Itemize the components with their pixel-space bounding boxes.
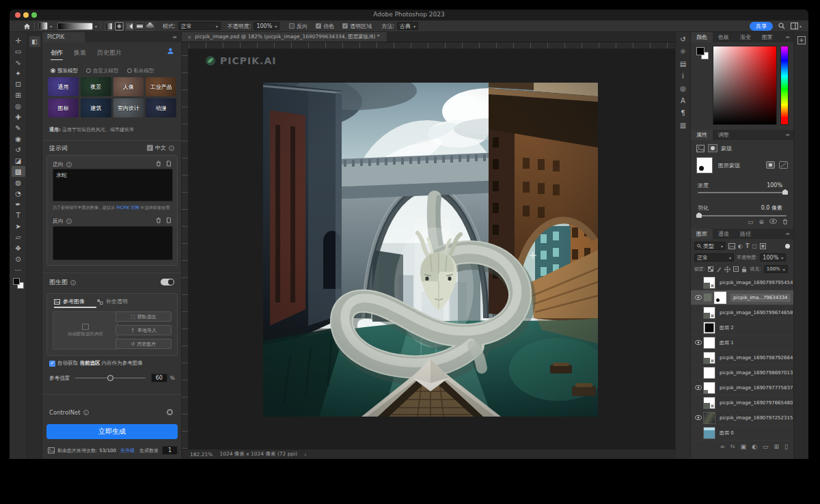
tool-preset-picker[interactable]: ▾ [38, 22, 52, 30]
density-value[interactable]: 100% [763, 182, 787, 189]
gradient-preview[interactable]: ▾ [57, 23, 97, 30]
model-thumb[interactable]: 室内设计 [113, 98, 144, 117]
clear-negative-icon[interactable] [156, 217, 161, 223]
filter-image-icon[interactable] [728, 243, 735, 249]
blur-tool[interactable]: ◍ [12, 177, 25, 188]
mask-thumbnail[interactable] [696, 157, 713, 173]
layer-name[interactable]: picpik_image_1690797665480 [720, 400, 793, 406]
fill-dropdown[interactable]: 100%▾ [764, 265, 788, 273]
libraries-panel-icon[interactable]: ▤ [680, 60, 686, 68]
layer-row[interactable]: picpik_image_1690797252315 [691, 410, 793, 425]
home-icon[interactable] [23, 23, 31, 30]
get-selection-button[interactable]: ⬚获取选区 [115, 311, 172, 322]
picpik-website-link[interactable]: PICPIK 官网 [116, 205, 139, 210]
panel-menu-icon[interactable]: ≡ [172, 34, 177, 40]
mask-delete-icon[interactable] [782, 219, 788, 225]
color-field[interactable] [713, 46, 777, 125]
layer-name[interactable]: 图层 1 [720, 339, 734, 346]
feather-slider[interactable] [698, 215, 787, 216]
layer-thumbnail[interactable] [703, 307, 715, 319]
layer-name[interactable]: picpik_ima...79634334 [730, 294, 791, 302]
tab-fill-transparent[interactable]: 补全透明 [97, 298, 128, 305]
feather-value[interactable]: 0.0 像素 [757, 204, 787, 212]
layer-visibility-icon[interactable] [694, 415, 703, 420]
mask-select-icon[interactable]: ▭ [748, 219, 754, 225]
layer-row[interactable]: picpik_image_1690799795454 [691, 275, 793, 290]
layer-visibility-icon[interactable] [694, 385, 703, 390]
radio-preset-models[interactable]: 预装模型 [51, 68, 78, 74]
move-tool[interactable]: ✛ [12, 35, 25, 46]
healing-tool[interactable]: ✚ [12, 111, 25, 122]
layer-visibility-icon[interactable] [694, 340, 703, 345]
clear-positive-icon[interactable] [156, 160, 161, 167]
layer-row[interactable]: 图层 0 [691, 425, 793, 440]
lock-pixels-icon[interactable] [716, 266, 722, 272]
picpik-plugin-icon[interactable]: ◧ [29, 36, 40, 47]
select-mask-icon[interactable] [766, 161, 775, 169]
delete-icon[interactable]: ▯ [784, 443, 788, 450]
tab-color[interactable]: 颜色 [691, 32, 713, 42]
copy-negative-icon[interactable] [166, 217, 172, 223]
history-images-button[interactable]: ↺历史图片 [115, 339, 172, 349]
history-brush-tool[interactable]: ↺ [12, 144, 25, 155]
model-thumb[interactable]: 通用 [48, 77, 79, 96]
layer-row[interactable]: picpik_image_1690798697013 [691, 365, 793, 380]
eraser-tool[interactable]: ◪ [12, 155, 25, 166]
adjustment-icon[interactable]: ◐ [752, 443, 757, 450]
copy-positive-icon[interactable] [166, 160, 172, 167]
controlnet-toggle[interactable] [167, 409, 173, 417]
layer-row[interactable]: picpik_image_1690797665480 [691, 395, 793, 410]
zoom-level[interactable]: 182.21% [190, 451, 213, 458]
marquee-tool[interactable]: ▭ [12, 46, 25, 57]
layer-thumbnail[interactable] [703, 427, 715, 439]
layer-name[interactable]: picpik_image_1690799795454 [720, 280, 793, 285]
hand-tool[interactable]: ✥ [12, 242, 25, 253]
model-thumb[interactable]: 工业产品 [146, 77, 176, 96]
radio-private-models[interactable]: 私有模型 [127, 68, 154, 74]
chinese-checkbox[interactable]: ✓ 中文 i [147, 144, 174, 152]
filter-shape-icon[interactable]: ▢ [752, 243, 757, 249]
mask-apply-icon[interactable]: ⊕ [758, 219, 764, 225]
magic-wand-tool[interactable]: ✦ [12, 68, 25, 79]
negative-prompt-input[interactable] [53, 226, 173, 260]
group-icon[interactable]: ▭ [763, 443, 769, 450]
adjustments-panel-icon[interactable]: ☼ [680, 48, 686, 55]
layer-name[interactable]: picpik_image_1690797775837 [720, 385, 793, 391]
fx-icon[interactable]: fx [730, 444, 735, 449]
layer-row[interactable]: picpik_image_1690798792664 [691, 350, 793, 365]
brush-tool[interactable]: ✎ [12, 122, 25, 133]
character-panel-icon[interactable]: A [681, 97, 685, 104]
layer-thumbnail[interactable] [703, 337, 715, 349]
layer-thumbnail[interactable] [703, 382, 715, 394]
layer-row[interactable]: picpik_image_1690797775837 [691, 380, 793, 395]
density-slider[interactable] [698, 192, 787, 193]
layer-row[interactable]: picpik_ima...79634334 [691, 290, 793, 305]
eyedropper-tool[interactable]: ◎ [12, 100, 25, 111]
method-dropdown[interactable]: 古典▾ [397, 22, 418, 30]
linear-gradient-icon[interactable] [105, 22, 113, 31]
paragraph-panel-icon[interactable]: ¶ [681, 109, 685, 117]
mode-dropdown[interactable]: 正常▾ [178, 22, 221, 30]
mask-visibility-icon[interactable] [769, 219, 777, 225]
mask-properties-icon[interactable] [708, 144, 718, 152]
lock-position-icon[interactable] [724, 266, 730, 272]
reverse-checkbox[interactable]: 反向 [289, 23, 308, 30]
search-icon[interactable] [778, 23, 785, 29]
count-value[interactable]: 1 [162, 446, 178, 455]
reflected-gradient-icon[interactable] [135, 22, 144, 31]
tab-outfit[interactable]: 换装 [74, 48, 86, 60]
layer-visibility-icon[interactable] [694, 295, 703, 300]
layer-thumbnail[interactable] [703, 293, 712, 302]
share-button[interactable]: 共享 [750, 22, 773, 31]
radial-gradient-icon[interactable] [115, 22, 124, 31]
account-icon[interactable] [167, 47, 174, 55]
workspace-switcher-icon[interactable]: ▾ [791, 23, 802, 29]
blend-mode-dropdown[interactable]: 正常▾ [694, 253, 734, 262]
more-tools[interactable]: ⋯ [12, 264, 25, 275]
zoom-tool[interactable]: ⊙ [12, 253, 25, 264]
tab-paths[interactable]: 路径 [735, 229, 756, 239]
diamond-gradient-icon[interactable] [146, 22, 154, 31]
layer-opacity-dropdown[interactable]: 100%▾ [760, 253, 786, 262]
dodge-tool[interactable]: ◔ [12, 188, 25, 199]
tab-properties[interactable]: 属性 [691, 130, 713, 140]
